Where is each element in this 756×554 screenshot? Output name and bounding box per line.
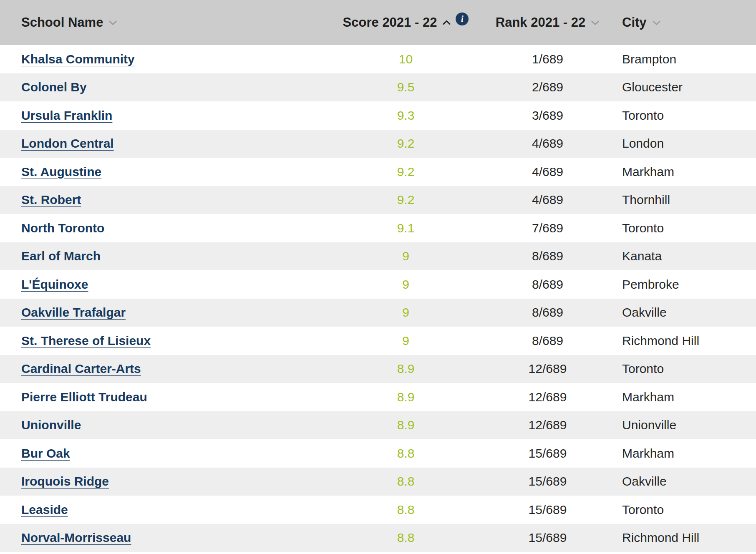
chevron-up-icon[interactable]	[442, 20, 451, 25]
city-value: Toronto	[617, 362, 756, 376]
table-row: Iroquois Ridge 8.8 15/689 Oakville	[0, 468, 756, 496]
rank-value: 15/689	[478, 446, 617, 461]
score-value: 8.8	[334, 531, 478, 545]
school-name-cell: St. Augustine	[0, 165, 334, 179]
score-value: 9.2	[334, 193, 478, 207]
table-body: Khalsa Community 10 1/689 Brampton Colon…	[0, 45, 756, 552]
school-name-cell: Colonel By	[0, 80, 334, 94]
rank-value: 8/689	[478, 277, 617, 292]
table-row: Bur Oak 8.8 15/689 Markham	[0, 439, 756, 468]
table-row: Unionville 8.9 12/689 Unionville	[0, 411, 756, 440]
table-row: L'Équinoxe 9 8/689 Pembroke	[0, 270, 756, 299]
chevron-down-icon[interactable]	[652, 20, 661, 25]
city-value: Thornhill	[617, 193, 756, 207]
table-row: St. Therese of Lisieux 9 8/689 Richmond …	[0, 327, 756, 355]
score-value: 9	[334, 277, 478, 292]
rank-value: 15/689	[478, 474, 617, 489]
school-link[interactable]: North Toronto	[21, 221, 104, 235]
table-row: Earl of March 9 8/689 Kanata	[0, 242, 756, 271]
school-link[interactable]: London Central	[21, 136, 114, 150]
table-row: Norval-Morrisseau 8.8 15/689 Richmond Hi…	[0, 524, 756, 552]
score-value: 9	[334, 249, 478, 263]
rank-value: 12/689	[478, 418, 617, 432]
score-value: 10	[334, 52, 478, 66]
rank-value: 4/689	[478, 193, 617, 207]
score-value: 9.3	[334, 108, 478, 123]
rank-value: 1/689	[478, 52, 617, 66]
column-header-score[interactable]: Score 2021 - 22 i	[334, 15, 478, 30]
rank-value: 3/689	[478, 108, 617, 123]
city-value: Kanata	[617, 249, 756, 263]
school-link[interactable]: Khalsa Community	[21, 52, 135, 66]
school-name-cell: Norval-Morrisseau	[0, 531, 334, 545]
table-row: Pierre Elliott Trudeau 8.9 12/689 Markha…	[0, 383, 756, 411]
score-value: 8.9	[334, 362, 478, 376]
rank-value: 4/689	[478, 136, 617, 151]
school-link[interactable]: Pierre Elliott Trudeau	[21, 390, 147, 404]
school-rankings-table: School Name Score 2021 - 22 i Rank 2021 …	[0, 0, 756, 552]
rank-value: 15/689	[478, 531, 617, 545]
school-link[interactable]: Iroquois Ridge	[21, 474, 109, 488]
school-link[interactable]: Norval-Morrisseau	[21, 531, 131, 544]
school-name-cell: Leaside	[0, 503, 334, 517]
table-row: Cardinal Carter-Arts 8.9 12/689 Toronto	[0, 355, 756, 383]
score-value: 9.2	[334, 165, 478, 179]
city-value: Oakville	[617, 474, 756, 489]
city-value: Toronto	[617, 108, 756, 123]
school-link[interactable]: St. Therese of Lisieux	[21, 334, 151, 348]
rank-value: 12/689	[478, 390, 617, 404]
score-value: 8.9	[334, 418, 478, 432]
table-row: St. Robert 9.2 4/689 Thornhill	[0, 186, 756, 214]
city-value: Oakville	[617, 305, 756, 320]
city-value: Markham	[617, 390, 756, 404]
school-name-cell: Bur Oak	[0, 446, 334, 461]
school-link[interactable]: Colonel By	[21, 80, 87, 94]
column-header-rank[interactable]: Rank 2021 - 22	[478, 15, 617, 30]
table-row: St. Augustine 9.2 4/689 Markham	[0, 158, 756, 186]
table-row: Leaside 8.8 15/689 Toronto	[0, 496, 756, 524]
score-value: 9	[334, 305, 478, 320]
school-link[interactable]: Oakville Trafalgar	[21, 305, 126, 319]
school-link[interactable]: Leaside	[21, 503, 68, 516]
rank-value: 12/689	[478, 362, 617, 376]
info-icon[interactable]: i	[456, 13, 469, 25]
school-link[interactable]: St. Robert	[21, 193, 81, 206]
score-value: 9	[334, 334, 478, 348]
school-link[interactable]: Cardinal Carter-Arts	[21, 362, 141, 375]
score-value: 9.2	[334, 136, 478, 151]
city-value: Markham	[617, 446, 756, 461]
score-value: 8.8	[334, 446, 478, 461]
school-name-cell: Iroquois Ridge	[0, 474, 334, 489]
column-header-school-name[interactable]: School Name	[0, 15, 334, 30]
city-value: Markham	[617, 165, 756, 179]
score-value: 8.8	[334, 503, 478, 517]
school-name-cell: St. Robert	[0, 193, 334, 207]
school-link[interactable]: L'Équinoxe	[21, 277, 88, 291]
score-value: 9.5	[334, 80, 478, 94]
column-header-city[interactable]: City	[617, 15, 756, 30]
rank-value: 4/689	[478, 165, 617, 179]
school-name-cell: London Central	[0, 136, 334, 151]
school-link[interactable]: Ursula Franklin	[21, 108, 112, 122]
school-name-cell: Pierre Elliott Trudeau	[0, 390, 334, 404]
column-label-rank: Rank 2021 - 22	[496, 15, 585, 30]
table-row: North Toronto 9.1 7/689 Toronto	[0, 214, 756, 242]
school-link[interactable]: Bur Oak	[21, 446, 70, 460]
score-value: 8.9	[334, 390, 478, 404]
school-name-cell: Earl of March	[0, 249, 334, 263]
school-link[interactable]: Unionville	[21, 418, 81, 432]
rank-value: 8/689	[478, 249, 617, 263]
school-name-cell: St. Therese of Lisieux	[0, 334, 334, 348]
city-value: Toronto	[617, 221, 756, 235]
city-value: Richmond Hill	[617, 531, 756, 545]
score-value: 8.8	[334, 474, 478, 489]
chevron-down-icon[interactable]	[591, 20, 600, 25]
table-row: Oakville Trafalgar 9 8/689 Oakville	[0, 299, 756, 327]
city-value: London	[617, 136, 756, 151]
rank-value: 15/689	[478, 503, 617, 517]
chevron-down-icon[interactable]	[108, 20, 117, 25]
city-value: Toronto	[617, 503, 756, 517]
school-link[interactable]: St. Augustine	[21, 165, 101, 179]
table-header: School Name Score 2021 - 22 i Rank 2021 …	[0, 0, 756, 45]
school-link[interactable]: Earl of March	[21, 249, 101, 263]
